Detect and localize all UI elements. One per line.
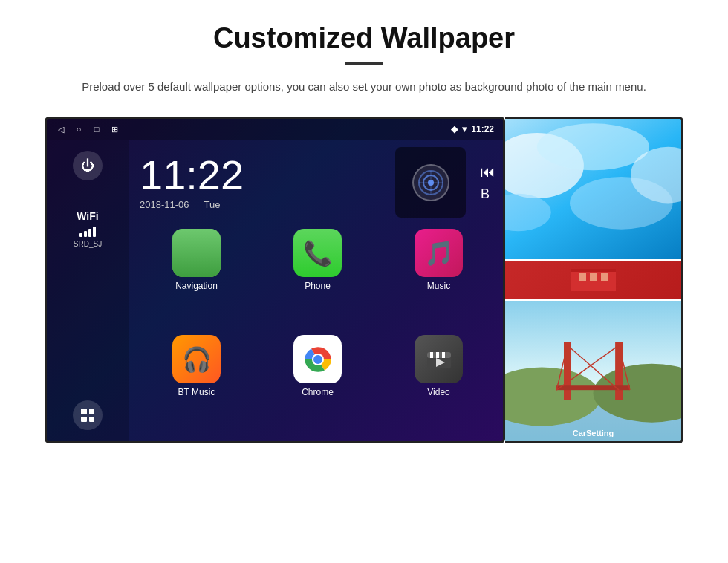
clock-block: 11:22 2018-11-06 Tue: [140, 154, 384, 210]
svg-rect-7: [182, 238, 211, 267]
recent-icon[interactable]: □: [91, 124, 102, 134]
clock-area: 11:22 2018-11-06 Tue: [140, 147, 495, 218]
android-screen: ◁ ○ □ ⊞ ◆ ▾ 11:22 ⏻: [45, 117, 505, 443]
chrome-icon: [293, 335, 342, 383]
app-music[interactable]: 🎵 Music: [382, 229, 495, 328]
ice-svg: [505, 119, 681, 259]
svg-point-23: [537, 123, 649, 170]
app-bt-music[interactable]: 🎧 BT Music: [140, 335, 253, 434]
wallpaper-building[interactable]: [505, 261, 681, 299]
svg-rect-28: [579, 273, 586, 282]
back-icon[interactable]: ◁: [56, 124, 66, 134]
skip-prev-icon[interactable]: ⏮: [481, 163, 495, 180]
status-bar: ◁ ○ □ ⊞ ◆ ▾ 11:22: [47, 119, 503, 140]
music-label: Music: [427, 281, 450, 291]
status-time: 11:22: [471, 124, 494, 134]
main-area: ⏻ WiFi SRD_SJ: [47, 140, 503, 441]
svg-text:I: I: [191, 245, 192, 250]
page-description: Preload over 5 default wallpaper options…: [59, 78, 669, 96]
wifi-label: WiFi: [74, 210, 102, 222]
wifi-status-icon: ▾: [462, 124, 467, 134]
navigation-app-icon-svg: I 280: [176, 232, 217, 273]
chrome-label: Chrome: [302, 387, 334, 397]
carsetting-label: CarSetting: [573, 429, 614, 437]
app-navigation[interactable]: I 280 Navigation: [140, 229, 253, 328]
svg-point-11: [202, 244, 207, 249]
bt-music-icon: 🎧: [172, 335, 221, 383]
status-bar-right: ◆ ▾ 11:22: [451, 124, 494, 134]
phone-icon-glyph: 📞: [303, 239, 333, 267]
phone-icon: 📞: [293, 229, 342, 277]
svg-point-26: [570, 177, 673, 230]
svg-rect-19: [442, 352, 445, 358]
bt-icon-glyph: 🎧: [182, 345, 212, 374]
svg-rect-18: [436, 352, 439, 358]
video-label: Video: [427, 387, 449, 397]
apps-button[interactable]: [73, 400, 103, 430]
clock-date-value: 2018-11-06: [140, 199, 189, 210]
page-title: Customized Wallpaper: [45, 22, 683, 54]
wifi-bar-2: [84, 231, 87, 237]
location-icon: ◆: [451, 124, 458, 134]
wifi-ssid: SRD_SJ: [74, 240, 102, 248]
sidebar: ⏻ WiFi SRD_SJ: [47, 140, 129, 441]
clock-date: 2018-11-06 Tue: [140, 199, 384, 210]
center-area: 11:22 2018-11-06 Tue: [129, 140, 503, 441]
wifi-bar-3: [88, 229, 91, 237]
wifi-bar-1: [79, 233, 82, 237]
svg-rect-17: [430, 352, 433, 358]
title-divider: [345, 62, 383, 65]
svg-rect-5: [176, 232, 217, 273]
wifi-bar-4: [93, 227, 96, 237]
svg-rect-31: [571, 269, 616, 272]
apps-grid: I 280 Navigation: [140, 229, 495, 434]
clock-time: 11:22: [140, 154, 384, 196]
wallpaper-ice[interactable]: [505, 119, 681, 259]
power-button[interactable]: ⏻: [73, 151, 103, 180]
screenshot-icon: ⊞: [109, 124, 120, 134]
svg-text:280: 280: [187, 250, 196, 255]
video-icon-svg: [424, 345, 454, 374]
media-controls: ⏮ B: [481, 163, 495, 202]
wallpaper-bridge[interactable]: CarSetting: [505, 301, 681, 441]
svg-rect-8: [185, 244, 198, 256]
svg-rect-36: [564, 342, 571, 400]
svg-rect-30: [601, 273, 608, 282]
media-icon: [412, 164, 449, 201]
music-icon: 🎵: [415, 229, 463, 277]
svg-rect-37: [615, 342, 623, 400]
video-icon: [415, 335, 463, 383]
bluetooth-icon: B: [481, 186, 495, 202]
music-icon-glyph: 🎵: [424, 239, 454, 267]
bt-music-label: BT Music: [178, 387, 215, 397]
navigation-icon: I 280: [172, 229, 221, 277]
svg-rect-29: [590, 273, 597, 282]
wifi-bars: [74, 225, 102, 237]
signal-icon: [416, 168, 446, 198]
app-chrome[interactable]: Chrome: [261, 335, 374, 434]
chrome-icon-svg: [303, 345, 333, 374]
clock-day-value: Tue: [204, 199, 221, 210]
device-container: ◁ ○ □ ⊞ ◆ ▾ 11:22 ⏻: [45, 117, 683, 443]
svg-rect-6: [182, 238, 211, 267]
bridge-svg: [505, 301, 681, 441]
power-icon: ⏻: [81, 158, 94, 174]
grid-icon: [81, 409, 94, 422]
navigation-label: Navigation: [175, 281, 218, 291]
phone-label: Phone: [305, 281, 331, 291]
status-bar-left: ◁ ○ □ ⊞: [56, 124, 120, 134]
wifi-info: WiFi SRD_SJ: [74, 210, 102, 248]
app-video[interactable]: Video: [382, 335, 495, 434]
media-block: [395, 147, 466, 218]
wallpaper-panel: CarSetting: [505, 117, 683, 443]
home-icon[interactable]: ○: [74, 124, 84, 134]
building-svg: [564, 265, 623, 295]
svg-point-14: [313, 355, 322, 364]
app-phone[interactable]: 📞 Phone: [261, 229, 374, 328]
